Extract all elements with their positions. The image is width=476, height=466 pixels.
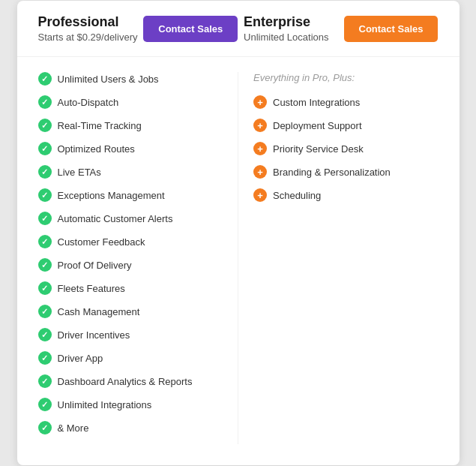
check-icon [38,212,52,225]
enterprise-header-right: Enterprise Unlimited Locations Contact S… [244,14,438,43]
pro-column: Unlimited Users & JobsAuto-DispatchReal-… [38,72,238,444]
feature-label: Dashboard Analytics & Reports [58,376,193,387]
check-icon [38,235,52,248]
feature-label: Exceptions Management [58,190,165,201]
list-item: Unlimited Integrations [38,398,223,411]
check-icon [38,328,52,341]
list-item: Fleets Features [38,281,223,295]
enterprise-contact-sales-button[interactable]: Contact Sales [344,16,439,42]
pro-plan-info: Professional Starts at $0.29/delivery [38,14,138,43]
plus-icon [253,119,267,132]
feature-label: & More [58,422,89,434]
list-item: Automatic Customer Alerts [38,212,223,225]
feature-label: Live ETAs [58,167,101,178]
feature-label: Proof Of Delivery [58,260,132,271]
feature-label: Customer Feedback [58,236,145,248]
check-icon [38,305,52,318]
check-icon [38,281,52,295]
list-item: Auto-Dispatch [38,95,223,109]
list-item: Deployment Support [253,119,439,132]
pro-contact-sales-button[interactable]: Contact Sales [143,16,238,42]
list-item: Real-Time Tracking [38,119,223,132]
pro-plan-name: Professional [38,14,138,30]
plus-icon [253,165,267,179]
feature-label: Unlimited Integrations [58,399,152,410]
pro-plan-price: Starts at $0.29/delivery [38,32,138,43]
list-item: Branding & Personalization [253,165,439,179]
list-item: Cash Management [38,305,223,318]
list-item: Live ETAs [38,165,223,179]
plus-icon [253,142,267,155]
feature-label: Driver App [58,353,103,364]
check-icon [38,421,52,434]
list-item: Exceptions Management [38,188,223,202]
enterprise-plan-name: Enterprise [244,14,328,30]
enterprise-plan-info: Enterprise Unlimited Locations [244,14,328,43]
pricing-header: Professional Starts at $0.29/delivery Co… [17,1,460,57]
check-icon [38,258,52,272]
feature-label: Optimized Routes [58,143,135,155]
list-item: Driver Incentives [38,328,223,341]
plus-icon [253,188,267,202]
plus-icon [253,95,267,109]
list-item: Optimized Routes [38,142,223,155]
enterprise-column: Everything in Pro, Plus: Custom Integrat… [238,72,439,444]
list-item: Customer Feedback [38,235,223,248]
check-icon [38,165,52,179]
list-item: Driver App [38,351,223,365]
list-item: Custom Integrations [253,95,439,109]
enterprise-plan-price: Unlimited Locations [244,32,328,43]
feature-label: Real-Time Tracking [58,120,142,131]
feature-label: Custom Integrations [273,97,360,108]
check-icon [38,95,52,109]
check-icon [38,119,52,132]
list-item: Scheduling [253,188,439,202]
feature-label: Scheduling [273,190,321,201]
list-item: Proof Of Delivery [38,258,223,272]
list-item: Unlimited Users & Jobs [38,72,223,86]
feature-label: Fleets Features [58,283,125,294]
feature-label: Deployment Support [273,120,362,131]
check-icon [38,351,52,365]
feature-label: Automatic Customer Alerts [58,213,173,224]
check-icon [38,142,52,155]
feature-label: Branding & Personalization [273,167,391,178]
list-item: Dashboard Analytics & Reports [38,374,223,388]
check-icon [38,374,52,388]
pricing-card: Professional Starts at $0.29/delivery Co… [17,1,460,465]
feature-label: Driver Incentives [58,329,130,341]
check-icon [38,72,52,86]
plans-columns: Unlimited Users & JobsAuto-DispatchReal-… [17,57,460,465]
feature-label: Auto-Dispatch [58,97,119,108]
list-item: & More [38,421,223,434]
check-icon [38,188,52,202]
everything-label: Everything in Pro, Plus: [253,72,439,83]
feature-label: Cash Management [58,306,140,317]
feature-label: Unlimited Users & Jobs [58,74,159,85]
check-icon [38,398,52,411]
list-item: Priority Service Desk [253,142,439,155]
feature-label: Priority Service Desk [273,143,364,155]
